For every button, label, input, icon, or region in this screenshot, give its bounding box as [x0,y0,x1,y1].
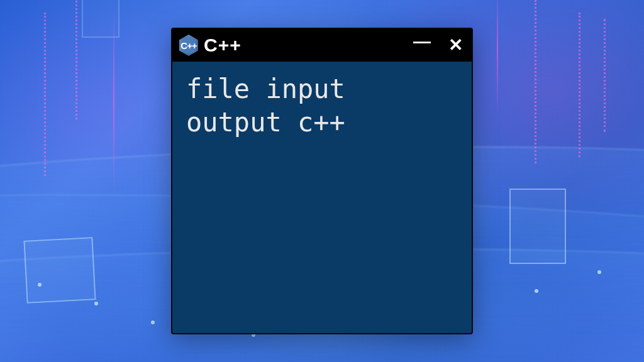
minimize-button[interactable]: — [412,33,432,50]
content-line: output c++ [186,107,345,138]
close-button[interactable]: ✕ [447,36,464,54]
bg-dotted-line [44,13,46,176]
bg-line [497,0,498,113]
bg-dotted-line [535,0,536,163]
bg-dot [597,270,601,274]
hexagon-icon: C++ [179,35,198,56]
bg-dot [38,283,42,287]
cpp-logo-icon: C++ [179,34,199,57]
titlebar[interactable]: C++ C++ — ✕ [172,29,472,62]
icon-label: C++ [180,40,196,51]
bg-dotted-line [604,19,606,132]
bg-rect [82,0,119,38]
bg-dot [94,302,98,305]
terminal-window: C++ C++ — ✕ file input output c++ [171,28,473,334]
bg-rect [509,189,566,264]
terminal-content[interactable]: file input output c++ [172,62,472,333]
window-controls: — ✕ [412,36,464,54]
content-line: file input [186,74,345,104]
bg-dot [535,289,538,293]
bg-dotted-line [579,13,580,157]
bg-rect [23,237,96,304]
bg-dotted-line [75,0,77,119]
window-title: C++ [204,35,407,56]
